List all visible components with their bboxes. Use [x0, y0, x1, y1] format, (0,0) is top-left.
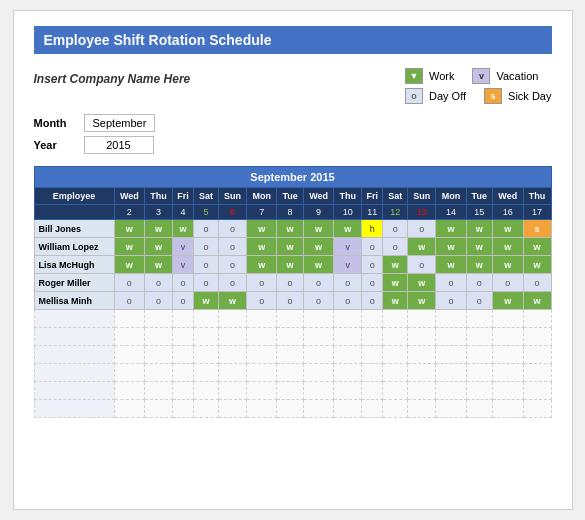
- empty-cell: [407, 364, 435, 382]
- empty-cell: [145, 364, 173, 382]
- shift-cell[interactable]: o: [145, 292, 173, 310]
- shift-cell[interactable]: w: [303, 238, 334, 256]
- shift-cell[interactable]: o: [218, 220, 246, 238]
- shift-cell[interactable]: o: [114, 292, 145, 310]
- shift-cell[interactable]: w: [114, 238, 145, 256]
- shift-cell[interactable]: w: [492, 292, 523, 310]
- shift-cell[interactable]: o: [303, 292, 334, 310]
- shift-cell[interactable]: o: [334, 292, 362, 310]
- shift-cell[interactable]: o: [218, 274, 246, 292]
- shift-cell[interactable]: o: [523, 274, 551, 292]
- shift-cell[interactable]: w: [466, 220, 492, 238]
- shift-cell[interactable]: w: [436, 256, 466, 274]
- shift-cell[interactable]: o: [218, 256, 246, 274]
- shift-cell[interactable]: v: [334, 256, 362, 274]
- shift-cell[interactable]: o: [303, 274, 334, 292]
- month-value[interactable]: September: [84, 114, 156, 132]
- shift-cell[interactable]: w: [303, 256, 334, 274]
- table-row: William Lopezwwvoowwwvoowwwww: [34, 238, 551, 256]
- day-col-header: Thu: [523, 188, 551, 205]
- shift-cell[interactable]: w: [303, 220, 334, 238]
- shift-cell[interactable]: o: [407, 220, 435, 238]
- shift-cell[interactable]: w: [277, 238, 303, 256]
- shift-cell[interactable]: w: [247, 256, 277, 274]
- empty-cell: [362, 382, 383, 400]
- shift-cell[interactable]: o: [194, 220, 219, 238]
- shift-cell[interactable]: o: [362, 292, 383, 310]
- empty-cell: [145, 346, 173, 364]
- shift-cell[interactable]: w: [277, 256, 303, 274]
- shift-cell[interactable]: w: [145, 256, 173, 274]
- shift-cell[interactable]: o: [436, 274, 466, 292]
- shift-cell[interactable]: o: [172, 292, 193, 310]
- shift-cell[interactable]: o: [172, 274, 193, 292]
- page-container: Employee Shift Rotation Schedule Insert …: [13, 10, 573, 510]
- shift-cell[interactable]: w: [407, 274, 435, 292]
- shift-cell[interactable]: w: [466, 256, 492, 274]
- shift-cell[interactable]: w: [436, 238, 466, 256]
- shift-cell[interactable]: w: [492, 238, 523, 256]
- shift-cell[interactable]: o: [114, 274, 145, 292]
- shift-cell[interactable]: o: [466, 292, 492, 310]
- shift-cell[interactable]: o: [362, 274, 383, 292]
- shift-cell[interactable]: o: [436, 292, 466, 310]
- empty-cell: [277, 310, 303, 328]
- shift-cell[interactable]: o: [277, 292, 303, 310]
- empty-row: [34, 382, 551, 400]
- shift-cell[interactable]: s: [523, 220, 551, 238]
- shift-cell[interactable]: v: [172, 256, 193, 274]
- shift-cell[interactable]: w: [407, 238, 435, 256]
- shift-cell[interactable]: w: [466, 238, 492, 256]
- day-col-header: Wed: [114, 188, 145, 205]
- shift-cell[interactable]: o: [492, 274, 523, 292]
- shift-cell[interactable]: w: [194, 292, 219, 310]
- shift-cell[interactable]: h: [362, 220, 383, 238]
- year-value[interactable]: 2015: [84, 136, 154, 154]
- shift-cell[interactable]: w: [218, 292, 246, 310]
- shift-cell[interactable]: w: [145, 238, 173, 256]
- shift-cell[interactable]: o: [383, 220, 408, 238]
- legend-vacation: v Vacation: [472, 68, 538, 84]
- shift-cell[interactable]: w: [145, 220, 173, 238]
- shift-cell[interactable]: o: [362, 238, 383, 256]
- shift-cell[interactable]: w: [383, 292, 408, 310]
- shift-cell[interactable]: w: [407, 292, 435, 310]
- empty-cell: [466, 310, 492, 328]
- shift-cell[interactable]: o: [362, 256, 383, 274]
- shift-cell[interactable]: o: [218, 238, 246, 256]
- shift-cell[interactable]: w: [436, 220, 466, 238]
- shift-cell[interactable]: o: [277, 274, 303, 292]
- shift-cell[interactable]: v: [334, 238, 362, 256]
- shift-cell[interactable]: o: [334, 274, 362, 292]
- shift-cell[interactable]: w: [492, 220, 523, 238]
- shift-cell[interactable]: o: [145, 274, 173, 292]
- empty-cell: [218, 346, 246, 364]
- empty-cell: [466, 382, 492, 400]
- shift-cell[interactable]: o: [407, 256, 435, 274]
- empty-cell: [34, 382, 114, 400]
- empty-cell: [436, 382, 466, 400]
- shift-cell[interactable]: w: [247, 220, 277, 238]
- shift-cell[interactable]: w: [114, 220, 145, 238]
- shift-cell[interactable]: w: [277, 220, 303, 238]
- shift-cell[interactable]: o: [247, 292, 277, 310]
- shift-cell[interactable]: w: [383, 256, 408, 274]
- shift-cell[interactable]: v: [172, 238, 193, 256]
- shift-cell[interactable]: w: [523, 238, 551, 256]
- shift-cell[interactable]: o: [194, 274, 219, 292]
- shift-cell[interactable]: w: [334, 220, 362, 238]
- empty-cell: [114, 328, 145, 346]
- shift-cell[interactable]: w: [523, 256, 551, 274]
- shift-cell[interactable]: o: [194, 256, 219, 274]
- shift-cell[interactable]: w: [247, 238, 277, 256]
- shift-cell[interactable]: w: [172, 220, 193, 238]
- shift-cell[interactable]: o: [466, 274, 492, 292]
- shift-cell[interactable]: o: [247, 274, 277, 292]
- shift-cell[interactable]: w: [383, 274, 408, 292]
- shift-cell[interactable]: o: [383, 238, 408, 256]
- shift-cell[interactable]: w: [114, 256, 145, 274]
- shift-cell[interactable]: w: [523, 292, 551, 310]
- shift-cell[interactable]: o: [194, 238, 219, 256]
- empty-cell: [34, 364, 114, 382]
- shift-cell[interactable]: w: [492, 256, 523, 274]
